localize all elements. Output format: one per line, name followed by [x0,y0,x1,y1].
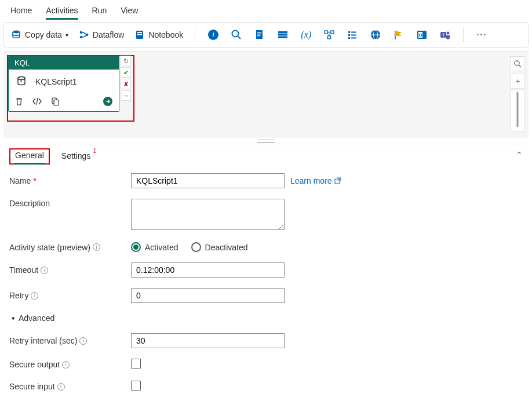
info-icon[interactable]: i [57,383,65,391]
menu-run[interactable]: Run [92,2,107,20]
svg-rect-6 [137,34,142,35]
svg-rect-18 [325,31,327,34]
canvas-add-icon[interactable]: ＋ [510,74,525,89]
activity-state-label: Activity state (preview) [9,243,90,252]
svg-rect-19 [331,31,334,34]
notebook-button[interactable]: Notebook [134,30,183,40]
svg-rect-26 [351,38,356,39]
svg-point-40 [515,61,519,65]
required-indicator: * [33,176,36,185]
general-form: Name * Learn more Description Activity s… [3,165,529,392]
panel-resize-grip[interactable] [0,138,532,144]
database-icon [11,30,21,40]
secure-output-checkbox[interactable] [131,359,141,369]
properties-panel: General Settings 1 ⌃ Name * Learn more D… [3,144,529,392]
highlight-general-tab: General [9,148,50,165]
svg-rect-13 [257,34,261,34]
radio-deactivated-label: Deactivated [205,243,248,252]
flag-icon[interactable] [392,28,405,41]
learn-more-link[interactable]: Learn more [290,176,341,185]
info-icon[interactable]: i [79,337,87,345]
menu-activities[interactable]: Activities [46,2,78,20]
settings-badge: 1 [93,148,97,154]
svg-rect-38 [54,100,59,105]
svg-point-35 [447,32,450,35]
more-icon[interactable]: ··· [475,28,488,41]
radio-activated[interactable]: Activated [131,242,178,252]
radio-deactivated-dot [191,242,201,252]
copy-data-button[interactable]: Copy data ▾ [11,30,68,40]
svg-point-0 [13,31,20,34]
outlook-icon[interactable]: O [416,28,428,41]
external-link-icon [334,177,341,184]
dataflow-icon [79,30,89,40]
pipeline-icon[interactable] [323,28,336,41]
canvas-zoom-handle[interactable] [510,91,525,132]
svg-rect-5 [137,32,142,33]
fail-icon[interactable]: ✘ [121,79,131,89]
secure-input-checkbox[interactable] [131,381,141,391]
name-label: Name [9,176,31,185]
activity-status-icons: ↻ ✔ ✘ → [121,56,131,101]
copy-data-label: Copy data [25,30,62,39]
retry-input[interactable] [131,288,285,303]
run-icon[interactable] [103,96,113,107]
pipeline-canvas[interactable]: KQL KQLScript1 ↻ ✔ ✘ → ＋ [3,51,529,138]
advanced-toggle[interactable]: ▾ Advanced [12,313,523,323]
radio-deactivated[interactable]: Deactivated [191,242,248,252]
svg-rect-24 [351,35,356,36]
svg-line-41 [519,65,521,67]
svg-rect-11 [256,30,263,39]
name-input[interactable] [131,173,285,188]
advanced-label: Advanced [19,313,54,323]
canvas-search-icon[interactable] [510,56,525,71]
list-icon[interactable] [346,28,359,41]
tab-general[interactable]: General [14,148,45,165]
top-menu: Home Activities Run View [0,0,532,20]
skip-icon[interactable]: → [121,90,131,101]
teams-icon[interactable]: T [439,28,451,41]
info-icon[interactable]: i [62,361,70,369]
svg-point-36 [18,77,25,80]
svg-line-10 [238,36,241,39]
refresh-icon[interactable]: ↻ [121,56,131,66]
dataflow-button[interactable]: Dataflow [79,30,124,40]
info-icon[interactable]: i [207,28,220,41]
secure-input-label: Secure input [9,382,55,391]
svg-text:T: T [442,32,445,38]
info-icon[interactable]: i [93,243,100,251]
kql-script-icon [16,75,28,88]
radio-activated-dot [131,242,141,252]
retry-interval-label: Retry interval (sec) [9,336,77,345]
search-icon[interactable] [230,28,243,41]
menu-home[interactable]: Home [10,2,32,20]
chevron-down-icon: ▾ [65,32,68,38]
success-icon[interactable]: ✔ [121,67,131,78]
timeout-label: Timeout [9,265,38,275]
svg-rect-20 [328,36,331,39]
description-input[interactable] [131,199,285,230]
script-icon[interactable] [253,28,266,41]
panel-tabs: General Settings 1 [3,144,529,165]
copy-icon[interactable] [50,97,60,106]
variable-icon[interactable]: (x) [300,28,312,41]
info-icon[interactable]: i [41,267,48,274]
activity-card[interactable]: KQL KQLScript1 [8,56,119,112]
activity-name: KQLScript1 [35,77,77,86]
globe-icon[interactable] [369,28,382,41]
learn-more-label: Learn more [290,176,332,185]
code-icon[interactable] [32,97,42,105]
info-icon[interactable]: i [31,292,38,300]
svg-rect-12 [257,32,261,32]
dataflow-label: Dataflow [93,30,124,39]
timeout-input[interactable] [131,262,285,278]
description-label: Description [9,199,50,208]
collapse-panel-icon[interactable]: ⌃ [516,150,523,159]
retry-interval-input[interactable] [131,333,285,348]
notebook-label: Notebook [148,30,183,39]
tab-settings[interactable]: Settings 1 [60,149,92,165]
table-icon[interactable] [276,28,289,41]
menu-view[interactable]: View [121,2,138,20]
delete-icon[interactable] [14,97,24,106]
retry-label: Retry [9,291,28,300]
